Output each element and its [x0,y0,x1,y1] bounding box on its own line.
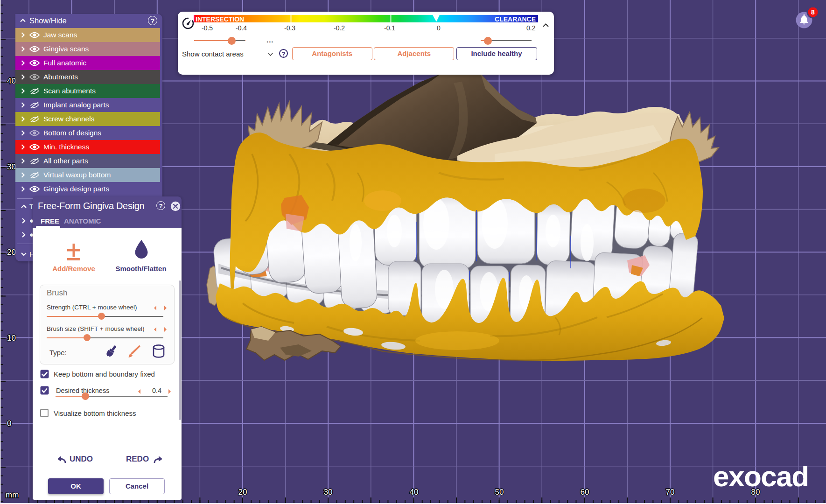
svg-text:8: 8 [811,8,815,16]
